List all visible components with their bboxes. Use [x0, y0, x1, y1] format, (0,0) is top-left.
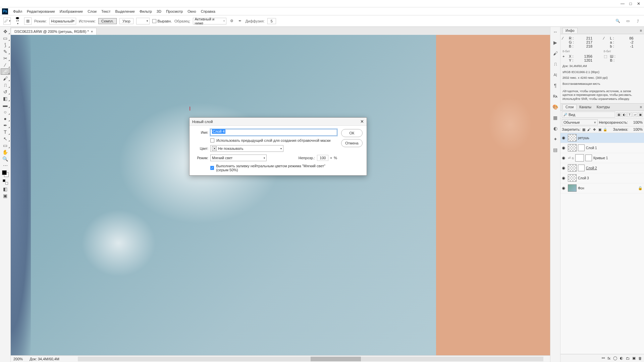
- filter-pixel-icon[interactable]: ▦: [616, 112, 621, 117]
- dialog-close-icon[interactable]: ✕: [360, 119, 364, 124]
- visibility-icon[interactable]: ◉: [562, 156, 567, 160]
- sample-select[interactable]: Активный и ниже: [193, 18, 226, 24]
- crop-tool[interactable]: ✂: [1, 55, 10, 61]
- brush-preset[interactable]: 15: [13, 17, 21, 25]
- delete-layer-icon[interactable]: 🗑: [638, 356, 642, 360]
- quick-mask-tool[interactable]: ◧: [1, 186, 10, 192]
- mode-select[interactable]: Нормальный: [49, 18, 76, 24]
- layer-item[interactable]: ◉ Слой 1: [560, 143, 644, 153]
- layer-thumb[interactable]: [575, 154, 584, 162]
- menu-view[interactable]: Просмотр: [164, 9, 185, 13]
- search-icon[interactable]: 🔍: [615, 18, 621, 24]
- tab-info[interactable]: Инфо: [562, 28, 578, 33]
- visibility-icon[interactable]: ◉: [562, 145, 567, 150]
- source-pattern-button[interactable]: Узор: [119, 18, 133, 24]
- doc-size[interactable]: Док: 34,4M/60,4M: [30, 357, 59, 361]
- menu-3d[interactable]: 3D: [154, 9, 164, 13]
- layer-thumb[interactable]: [568, 184, 577, 192]
- default-colors-icon[interactable]: [3, 179, 8, 185]
- panel-icon-history[interactable]: ↔: [552, 28, 559, 36]
- canvas[interactable]: I: [11, 35, 550, 355]
- menu-select[interactable]: Выделение: [113, 9, 137, 13]
- menu-edit[interactable]: Редактирование: [24, 9, 57, 13]
- new-adjustment-icon[interactable]: ◐: [620, 356, 623, 360]
- color-swatches[interactable]: [2, 170, 9, 177]
- visibility-icon[interactable]: ◉: [562, 166, 567, 170]
- pen-tool[interactable]: ✒: [1, 122, 10, 128]
- menu-type[interactable]: Текст: [99, 9, 113, 13]
- diffusion-input[interactable]: [267, 18, 276, 24]
- menu-help[interactable]: Справка: [199, 9, 218, 13]
- filter-adjust-icon[interactable]: ◐: [622, 112, 627, 117]
- tab-paths[interactable]: Контуры: [594, 105, 612, 110]
- visibility-icon[interactable]: ◉: [562, 135, 567, 140]
- opacity-value[interactable]: 100%: [629, 120, 643, 124]
- quick-share-icon[interactable]: ▭: [625, 18, 631, 24]
- mode-select[interactable]: Мягкий свет: [210, 155, 267, 161]
- layer-filter-kind[interactable]: 🔎 Вид: [562, 112, 615, 118]
- marquee-tool[interactable]: ▭: [1, 35, 10, 41]
- panel-icon-para[interactable]: ¶: [552, 82, 559, 89]
- panel-icon-char[interactable]: A|: [552, 71, 559, 78]
- pressure-icon[interactable]: ✒: [237, 18, 243, 24]
- panel-icon-swatches[interactable]: ▦: [552, 114, 559, 121]
- path-select-tool[interactable]: ↖: [1, 135, 10, 142]
- menu-file[interactable]: Файл: [11, 9, 24, 13]
- fill-value[interactable]: 100%: [629, 127, 643, 131]
- zoom-tool[interactable]: 🔍: [1, 156, 10, 162]
- visibility-icon[interactable]: ◉: [562, 176, 567, 180]
- gradient-tool[interactable]: ▬: [1, 102, 10, 108]
- window-maximize[interactable]: □: [627, 1, 635, 6]
- panel-icon-color[interactable]: 🎨: [552, 103, 559, 111]
- pattern-picker[interactable]: [136, 18, 150, 24]
- eyedropper-tool[interactable]: ⁄: [1, 62, 10, 68]
- layer-thumb[interactable]: [568, 144, 577, 152]
- menu-window[interactable]: Окно: [185, 9, 199, 13]
- lasso-tool[interactable]: ⟆: [1, 42, 10, 48]
- add-mask-icon[interactable]: ◯: [613, 356, 617, 360]
- fill-neutral-checkbox[interactable]: ✓: [210, 166, 214, 170]
- healing-brush-tool[interactable]: 🩹: [1, 68, 10, 75]
- new-group-icon[interactable]: 🗀: [626, 356, 630, 360]
- source-sampled-button[interactable]: Семпл.: [98, 18, 117, 24]
- type-tool[interactable]: T: [1, 129, 10, 135]
- cancel-button[interactable]: Отмена: [341, 139, 363, 147]
- opacity-input[interactable]: [317, 155, 328, 161]
- panel-menu-icon[interactable]: ≡: [640, 28, 642, 33]
- menu-filter[interactable]: Фильтр: [137, 9, 154, 13]
- filter-shape-icon[interactable]: ▱: [633, 112, 637, 117]
- filter-smart-icon[interactable]: ▣: [638, 112, 643, 117]
- ok-button[interactable]: ОК: [341, 129, 363, 137]
- panel-menu-icon[interactable]: ≡: [640, 105, 642, 109]
- brush-tool[interactable]: 🖌: [1, 75, 10, 81]
- horizontal-scrollbar[interactable]: [78, 357, 543, 361]
- panel-icon-glyph[interactable]: Rᴀ: [552, 93, 559, 100]
- share-icon[interactable]: ⤴: [635, 18, 641, 24]
- hand-tool[interactable]: ✋: [1, 149, 10, 155]
- layer-thumb[interactable]: [568, 174, 577, 182]
- zoom-level[interactable]: 200%: [13, 357, 23, 361]
- blend-mode-select[interactable]: Обычные: [562, 119, 598, 125]
- layer-item[interactable]: ◉ Фон 🔒: [560, 183, 644, 193]
- quick-select-tool[interactable]: ✎: [1, 48, 10, 55]
- window-minimize[interactable]: —: [619, 1, 627, 6]
- tab-layers[interactable]: Слои: [562, 104, 577, 110]
- lock-transparent-icon[interactable]: ▦: [582, 127, 586, 132]
- layer-mask-thumb[interactable]: [585, 155, 592, 161]
- screen-mode-tool[interactable]: ▣: [1, 192, 10, 199]
- layer-thumb[interactable]: [568, 134, 577, 141]
- clip-checkbox[interactable]: [210, 138, 214, 142]
- menu-image[interactable]: Изображение: [57, 9, 85, 13]
- panel-icon-styles[interactable]: ✦: [552, 135, 559, 143]
- layer-item[interactable]: ◉ Слой 3: [560, 173, 644, 183]
- layer-thumb[interactable]: [568, 164, 577, 172]
- new-layer-icon[interactable]: ▣: [632, 356, 636, 360]
- edit-toolbar[interactable]: ⋯: [1, 162, 10, 169]
- shape-tool[interactable]: ▭: [1, 142, 10, 148]
- layer-mask-thumb[interactable]: [578, 165, 585, 171]
- lock-position-icon[interactable]: ✥: [592, 127, 597, 132]
- move-tool[interactable]: ✥: [1, 28, 10, 35]
- history-brush-tool[interactable]: ↺: [1, 88, 10, 95]
- brush-settings-icon[interactable]: ▥: [24, 17, 32, 25]
- panel-icon-clone[interactable]: ⎍: [552, 60, 559, 68]
